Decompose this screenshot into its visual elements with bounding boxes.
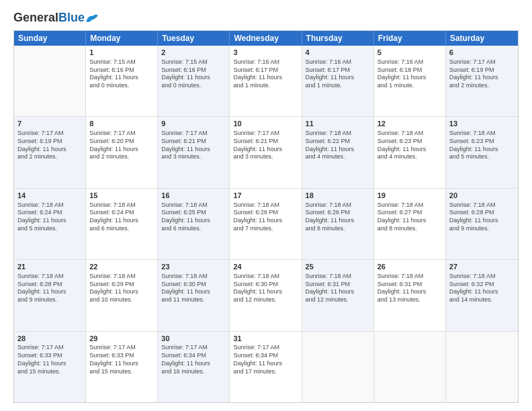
day-number: 19 xyxy=(378,191,442,201)
cell-line-1: Sunset: 6:22 PM xyxy=(306,138,370,146)
cell-line-0: Sunrise: 7:16 AM xyxy=(233,58,298,66)
calendar-cell-3: 3Sunrise: 7:16 AMSunset: 6:17 PMDaylight… xyxy=(230,46,302,116)
cell-line-1: Sunset: 6:31 PM xyxy=(378,281,442,289)
cell-line-1: Sunset: 6:18 PM xyxy=(378,66,442,75)
cell-line-1: Sunset: 6:23 PM xyxy=(378,138,442,146)
cell-line-0: Sunrise: 7:18 AM xyxy=(161,201,226,210)
calendar-cell-7: 7Sunrise: 7:17 AMSunset: 6:19 PMDaylight… xyxy=(14,117,86,187)
cell-content: Sunrise: 7:15 AMSunset: 6:16 PMDaylight:… xyxy=(89,58,154,90)
cell-line-3: and 14 minutes. xyxy=(449,296,515,304)
header-day-sunday: Sunday xyxy=(14,31,86,46)
cell-line-1: Sunset: 6:29 PM xyxy=(89,281,154,289)
cell-line-2: Daylight: 11 hours xyxy=(449,217,515,225)
cell-line-0: Sunrise: 7:18 AM xyxy=(378,273,442,281)
calendar-cell-9: 9Sunrise: 7:17 AMSunset: 6:21 PMDaylight… xyxy=(158,117,230,187)
calendar-cell-31: 31Sunrise: 7:17 AMSunset: 6:34 PMDayligh… xyxy=(230,332,302,402)
calendar-cell-21: 21Sunrise: 7:18 AMSunset: 6:28 PMDayligh… xyxy=(14,260,86,330)
cell-content: Sunrise: 7:18 AMSunset: 6:28 PMDaylight:… xyxy=(17,273,82,304)
cell-line-2: Daylight: 11 hours xyxy=(306,74,370,82)
header-day-saturday: Saturday xyxy=(446,31,518,46)
cell-line-0: Sunrise: 7:16 AM xyxy=(378,58,442,66)
cell-line-2: Daylight: 11 hours xyxy=(89,288,154,296)
calendar-row-3: 14Sunrise: 7:18 AMSunset: 6:24 PMDayligh… xyxy=(14,189,518,260)
day-number: 1 xyxy=(89,48,154,58)
cell-line-2: Daylight: 11 hours xyxy=(89,360,154,368)
day-number: 14 xyxy=(17,191,82,201)
cell-line-0: Sunrise: 7:18 AM xyxy=(89,201,154,210)
cell-line-1: Sunset: 6:28 PM xyxy=(449,209,515,217)
cell-content: Sunrise: 7:18 AMSunset: 6:32 PMDaylight:… xyxy=(449,273,515,304)
calendar-cell-empty xyxy=(302,332,374,402)
cell-line-1: Sunset: 6:32 PM xyxy=(449,281,515,289)
cell-content: Sunrise: 7:18 AMSunset: 6:30 PMDaylight:… xyxy=(161,273,226,304)
cell-line-1: Sunset: 6:34 PM xyxy=(233,352,298,360)
header-day-wednesday: Wednesday xyxy=(230,31,302,46)
cell-line-0: Sunrise: 7:17 AM xyxy=(233,130,298,138)
calendar-cell-8: 8Sunrise: 7:17 AMSunset: 6:20 PMDaylight… xyxy=(86,117,158,187)
cell-line-1: Sunset: 6:28 PM xyxy=(17,281,82,289)
cell-line-1: Sunset: 6:30 PM xyxy=(233,281,298,289)
day-number: 5 xyxy=(378,48,442,58)
cell-content: Sunrise: 7:18 AMSunset: 6:27 PMDaylight:… xyxy=(378,201,442,233)
calendar-body: 1Sunrise: 7:15 AMSunset: 6:16 PMDaylight… xyxy=(14,46,518,402)
calendar-cell-2: 2Sunrise: 7:15 AMSunset: 6:16 PMDaylight… xyxy=(158,46,230,116)
cell-line-0: Sunrise: 7:15 AM xyxy=(89,58,154,66)
cell-content: Sunrise: 7:18 AMSunset: 6:24 PMDaylight:… xyxy=(17,201,82,233)
cell-content: Sunrise: 7:17 AMSunset: 6:33 PMDaylight:… xyxy=(89,344,154,375)
cell-line-0: Sunrise: 7:18 AM xyxy=(449,130,515,138)
page: General Blue SundayMondayTuesdayWednesda… xyxy=(0,0,532,411)
cell-line-3: and 9 minutes. xyxy=(17,296,82,304)
cell-line-1: Sunset: 6:25 PM xyxy=(161,209,226,217)
cell-line-1: Sunset: 6:26 PM xyxy=(306,209,370,217)
cell-line-1: Sunset: 6:30 PM xyxy=(161,281,226,289)
cell-line-3: and 8 minutes. xyxy=(306,225,370,233)
cell-line-2: Daylight: 11 hours xyxy=(378,217,442,225)
cell-content: Sunrise: 7:17 AMSunset: 6:19 PMDaylight:… xyxy=(449,58,515,90)
cell-line-0: Sunrise: 7:18 AM xyxy=(161,273,226,281)
calendar-row-4: 21Sunrise: 7:18 AMSunset: 6:28 PMDayligh… xyxy=(14,260,518,331)
day-number: 27 xyxy=(449,262,515,272)
cell-line-0: Sunrise: 7:17 AM xyxy=(161,130,226,138)
calendar-cell-6: 6Sunrise: 7:17 AMSunset: 6:19 PMDaylight… xyxy=(446,46,518,116)
cell-line-0: Sunrise: 7:17 AM xyxy=(161,344,226,352)
cell-line-3: and 13 minutes. xyxy=(378,296,442,304)
cell-line-0: Sunrise: 7:16 AM xyxy=(306,58,370,66)
cell-line-2: Daylight: 11 hours xyxy=(17,146,82,154)
cell-line-0: Sunrise: 7:18 AM xyxy=(306,201,370,210)
cell-line-1: Sunset: 6:19 PM xyxy=(449,66,515,75)
day-number: 2 xyxy=(161,48,226,58)
header-day-thursday: Thursday xyxy=(302,31,374,46)
calendar-cell-26: 26Sunrise: 7:18 AMSunset: 6:31 PMDayligh… xyxy=(374,260,446,330)
cell-line-3: and 4 minutes. xyxy=(378,153,442,161)
cell-content: Sunrise: 7:18 AMSunset: 6:28 PMDaylight:… xyxy=(449,201,515,233)
cell-line-2: Daylight: 11 hours xyxy=(233,360,298,368)
calendar-cell-29: 29Sunrise: 7:17 AMSunset: 6:33 PMDayligh… xyxy=(86,332,158,402)
cell-line-2: Daylight: 11 hours xyxy=(161,217,226,225)
cell-line-1: Sunset: 6:21 PM xyxy=(161,138,226,146)
cell-content: Sunrise: 7:16 AMSunset: 6:17 PMDaylight:… xyxy=(306,58,370,90)
cell-line-0: Sunrise: 7:17 AM xyxy=(233,344,298,352)
day-number: 4 xyxy=(306,48,370,58)
cell-content: Sunrise: 7:17 AMSunset: 6:34 PMDaylight:… xyxy=(233,344,298,375)
cell-line-1: Sunset: 6:19 PM xyxy=(17,138,82,146)
day-number: 15 xyxy=(89,191,154,201)
cell-line-2: Daylight: 11 hours xyxy=(89,74,154,82)
calendar-cell-13: 13Sunrise: 7:18 AMSunset: 6:23 PMDayligh… xyxy=(446,117,518,187)
calendar-cell-18: 18Sunrise: 7:18 AMSunset: 6:26 PMDayligh… xyxy=(302,189,374,259)
cell-line-3: and 6 minutes. xyxy=(89,225,154,233)
cell-line-0: Sunrise: 7:18 AM xyxy=(449,201,515,210)
cell-line-2: Daylight: 11 hours xyxy=(378,146,442,154)
day-number: 25 xyxy=(306,262,370,272)
cell-content: Sunrise: 7:18 AMSunset: 6:24 PMDaylight:… xyxy=(89,201,154,233)
cell-line-0: Sunrise: 7:15 AM xyxy=(161,58,226,66)
calendar-cell-27: 27Sunrise: 7:18 AMSunset: 6:32 PMDayligh… xyxy=(446,260,518,330)
cell-line-0: Sunrise: 7:17 AM xyxy=(449,58,515,66)
cell-line-1: Sunset: 6:23 PM xyxy=(449,138,515,146)
cell-line-2: Daylight: 11 hours xyxy=(17,217,82,225)
calendar-cell-1: 1Sunrise: 7:15 AMSunset: 6:16 PMDaylight… xyxy=(86,46,158,116)
cell-line-1: Sunset: 6:17 PM xyxy=(306,66,370,75)
cell-line-3: and 10 minutes. xyxy=(89,296,154,304)
cell-line-2: Daylight: 11 hours xyxy=(449,74,515,82)
calendar-cell-empty xyxy=(14,46,86,116)
cell-line-0: Sunrise: 7:17 AM xyxy=(89,130,154,138)
